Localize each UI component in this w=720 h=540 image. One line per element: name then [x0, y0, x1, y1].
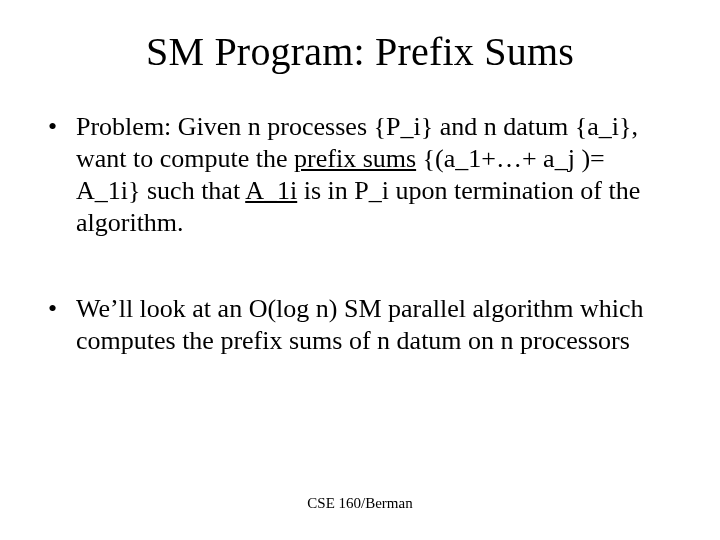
slide-footer: CSE 160/Berman: [0, 495, 720, 512]
bullet-text-underline-prefix-sums: prefix sums: [294, 144, 416, 173]
bullet-item-problem: Problem: Given n processes {P_i} and n d…: [48, 111, 672, 239]
slide-title: SM Program: Prefix Sums: [48, 28, 672, 75]
bullet-list: Problem: Given n processes {P_i} and n d…: [48, 111, 672, 357]
bullet-item-algorithm: We’ll look at an O(log n) SM parallel al…: [48, 293, 672, 357]
slide: SM Program: Prefix Sums Problem: Given n…: [0, 0, 720, 540]
bullet-text-underline-a1i: A_1i: [245, 176, 297, 205]
